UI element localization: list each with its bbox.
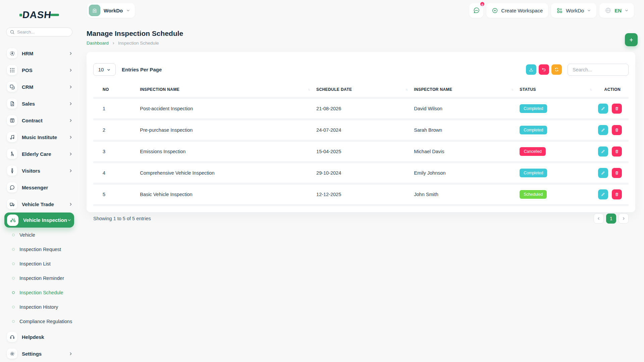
breadcrumb-dashboard-link[interactable]: Dashboard [87, 41, 109, 46]
table-controls: 10 Entries Per Page [93, 63, 629, 76]
sort-icon: ↑↓ [590, 88, 591, 91]
column-header-status[interactable]: STATUS↑↓ [516, 82, 595, 98]
sidebar-item-music-institute[interactable]: Music Institute [0, 129, 79, 145]
status-badge: Cancelled [520, 147, 546, 156]
sort-icon: ↑↓ [511, 88, 513, 91]
inspection-schedule-card: 10 Entries Per Page [87, 52, 635, 212]
pagination-prev-button[interactable] [594, 214, 604, 224]
pencil-icon [601, 149, 605, 154]
sidebar-item-label: Elderly Care [22, 151, 68, 157]
delete-button[interactable] [612, 125, 622, 135]
submenu-item-label: Vehicle [19, 232, 35, 238]
refresh-button[interactable] [551, 64, 562, 75]
cell-inspector-name: Emily Johnson [411, 162, 516, 184]
bullet-icon [12, 277, 15, 280]
sidebar-item-messenger[interactable]: Messenger [0, 179, 79, 196]
chevron-down-icon [126, 8, 130, 12]
table-row: 2 Pre-purchase Inspection 24-07-2024 Sar… [93, 119, 629, 141]
brand-logo: DASH [19, 9, 79, 20]
cell-no: 1 [93, 98, 137, 119]
delete-button[interactable] [612, 146, 622, 157]
sidebar-item-settings[interactable]: Settings [0, 345, 79, 362]
pencil-icon [601, 171, 605, 175]
add-schedule-button[interactable] [625, 33, 638, 46]
submenu-item-inspection-history[interactable]: Inspection History [0, 300, 79, 314]
pos-icon [7, 65, 17, 75]
trash-icon [614, 192, 619, 197]
entries-per-page-select[interactable]: 10 [93, 63, 116, 76]
column-header-action: ACTION [595, 82, 629, 98]
column-header-inspection-name[interactable]: INSPECTION NAME↑↓ [137, 82, 313, 98]
workspace-avatar [89, 5, 100, 16]
cell-inspector-name: Sarah Brown [411, 119, 516, 141]
cell-no: 5 [93, 184, 137, 205]
sidebar-item-pos[interactable]: POS [0, 62, 79, 78]
sidebar-nav: HRM POS CRM Sales [0, 45, 79, 362]
bullet-icon [12, 320, 15, 323]
sidebar-item-crm[interactable]: CRM [0, 78, 79, 95]
column-header-inspector-name[interactable]: INSPECTOR NAME↑↓ [411, 82, 516, 98]
sidebar-item-vehicle-trade[interactable]: Vehicle Trade [0, 196, 79, 213]
submenu-item-inspection-reminder[interactable]: Inspection Reminder [0, 271, 79, 285]
column-header-schedule-date[interactable]: SCHEDULE DATE↑↓ [313, 82, 411, 98]
chevron-right-icon [68, 152, 73, 156]
language-selector[interactable]: EN [599, 3, 634, 18]
delete-button[interactable] [612, 104, 622, 114]
messages-button[interactable]: 0 [469, 3, 483, 18]
submenu-item-inspection-list[interactable]: Inspection List [0, 256, 79, 271]
edit-button[interactable] [598, 189, 608, 199]
status-badge: Completed [520, 104, 547, 113]
submenu-item-label: Compliance Regulations [19, 319, 72, 324]
contract-icon [7, 115, 17, 125]
submenu-item-inspection-request[interactable]: Inspection Request [0, 242, 79, 256]
entries-per-page-label: Entries Per Page [122, 67, 162, 72]
bullet-icon [12, 306, 15, 308]
reset-button[interactable] [539, 64, 549, 75]
breadcrumb-separator-icon [112, 42, 115, 45]
cell-inspector-name: John Smith [411, 184, 516, 205]
sidebar-item-elderly-care[interactable]: Elderly Care [0, 145, 79, 162]
create-workspace-button[interactable]: Create Workspace [486, 3, 548, 18]
export-button[interactable] [526, 64, 536, 75]
submenu-item-label: Inspection Request [19, 247, 61, 252]
logo-accent-dot [19, 14, 22, 16]
app-root: DASH HRM POS [0, 0, 644, 362]
edit-button[interactable] [598, 168, 608, 178]
sidebar-item-label: Music Institute [22, 134, 68, 140]
edit-button[interactable] [598, 146, 608, 157]
sidebar-item-hrm[interactable]: HRM [0, 45, 79, 62]
chevron-right-icon [68, 102, 73, 106]
table-row: 3 Emissions Inspection 15-04-2025 Michae… [93, 141, 629, 162]
sidebar-item-visitors[interactable]: Visitors [0, 162, 79, 179]
chat-bubble-icon [473, 7, 480, 14]
sidebar-item-label: Settings [22, 351, 68, 357]
delete-button[interactable] [612, 168, 622, 178]
sidebar-item-label: Vehicle Trade [22, 201, 68, 207]
edit-button[interactable] [598, 125, 608, 135]
app-switcher-button[interactable]: WorkDo [551, 3, 596, 18]
submenu-item-vehicle[interactable]: Vehicle [0, 228, 79, 242]
chevron-right-icon [68, 169, 73, 173]
workspace-switcher[interactable]: WorkDo [87, 3, 135, 18]
pagination-page-1-button[interactable]: 1 [606, 214, 616, 224]
trash-icon [614, 149, 619, 154]
cell-schedule-date: 29-10-2024 [313, 162, 411, 184]
table-search-input[interactable] [568, 64, 629, 76]
sidebar-item-helpdesk[interactable]: Helpdesk [0, 328, 79, 345]
breadcrumb-current: Inspection Schedule [118, 41, 159, 46]
submenu-item-inspection-schedule[interactable]: Inspection Schedule [0, 285, 79, 300]
inspection-schedule-table: NO INSPECTION NAME↑↓ SCHEDULE DATE↑↓ INS… [93, 82, 629, 206]
sidebar-search-input[interactable] [6, 27, 72, 37]
truck-icon [7, 199, 17, 209]
bullet-icon [12, 262, 15, 265]
cell-schedule-date: 21-08-2026 [313, 98, 411, 119]
sidebar-item-contract[interactable]: Contract [0, 112, 79, 129]
sidebar-item-vehicle-inspection[interactable]: Vehicle Inspection [4, 213, 74, 228]
delete-button[interactable] [612, 189, 622, 199]
language-label: EN [614, 8, 622, 13]
sidebar-item-label: Contract [22, 118, 68, 123]
sidebar-item-sales[interactable]: Sales [0, 95, 79, 112]
pagination-next-button[interactable] [619, 214, 629, 224]
edit-button[interactable] [598, 104, 608, 114]
submenu-item-compliance-regulations[interactable]: Compliance Regulations [0, 314, 79, 328]
